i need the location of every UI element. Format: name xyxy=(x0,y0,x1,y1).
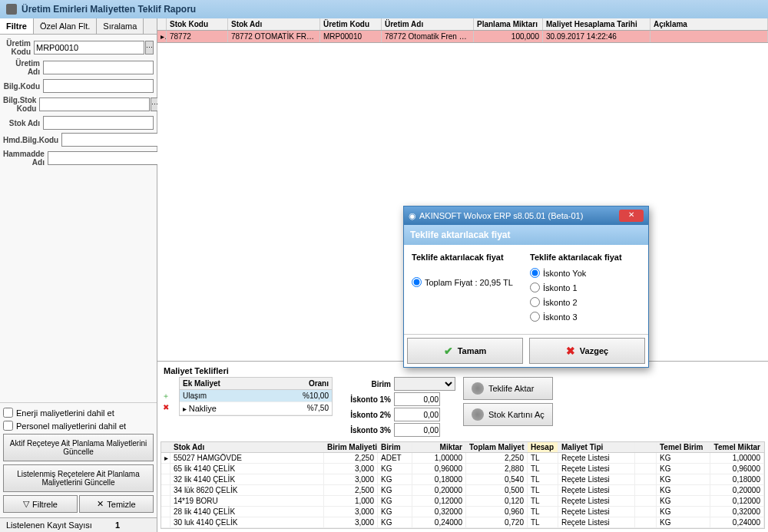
detail-row[interactable]: ▸ 55027 HAMGÖVDE 2,250 ADET 1,00000 2,25… xyxy=(161,453,764,464)
status-label: Listelenen Kayıt Sayısı xyxy=(6,520,92,530)
col-tarih[interactable]: Maliyet Hesaplama Tarihi xyxy=(543,18,650,30)
app-icon xyxy=(6,4,17,15)
lbl-enerji: Enerji maliyetlerini dahil et xyxy=(16,408,114,418)
delete-row-icon[interactable]: ✖ xyxy=(161,403,171,414)
input-stok-adi[interactable] xyxy=(43,116,154,130)
lookup-uretim-kodu[interactable]: ⋯ xyxy=(145,41,154,55)
window-title: Üretim Emirleri Maliyetten Teklif Raporu xyxy=(22,4,196,15)
radio-iskonto-2[interactable] xyxy=(530,297,540,307)
col-uretim-adi[interactable]: Üretim Adı xyxy=(382,18,474,30)
label-bilg-kodu: Bilg.Kodu xyxy=(3,82,43,91)
label-hmd-bilg-kodu: Hmd.Bilg.Kodu xyxy=(3,136,61,144)
label-uretim-kodu: Üretim Kodu xyxy=(3,39,34,56)
input-uretim-adi[interactable] xyxy=(43,61,154,74)
label-stok-adi: Stok Adı xyxy=(3,119,43,127)
dialog-close-button[interactable]: ✕ xyxy=(619,210,644,222)
gear-icon xyxy=(472,408,484,421)
input-uretim-kodu[interactable] xyxy=(34,41,144,55)
birim-label: Birim xyxy=(340,380,394,388)
label-bilg-stok-kodu: Bilg.Stok Kodu xyxy=(3,96,39,113)
grid-row[interactable]: 78772 78772 OTOMATİK FREN CIRC MRP00010 … xyxy=(157,31,768,42)
close-icon: ✖ xyxy=(566,345,575,357)
left-tabs: Filtre Özel Alan Flt. Sıralama xyxy=(0,18,157,35)
btn-listelenmis[interactable]: Listelenmiş Reçetelere Ait Planlama Mali… xyxy=(3,464,154,492)
btn-filtrele[interactable]: ▽Filtrele xyxy=(3,495,78,513)
detail-row[interactable]: 34 lük 8620 ÇELİK 2,500 KG 0,20000 0,500… xyxy=(161,485,764,496)
detail-row[interactable]: 65 lik 4140 ÇELİK 3,000 KG 0,96000 2,880… xyxy=(161,464,764,474)
isk2-label: İskonto 2% xyxy=(340,411,394,419)
gear-icon xyxy=(472,382,484,395)
btn-teklife-aktar[interactable]: Teklife Aktar xyxy=(463,377,553,400)
detail-row[interactable]: 28 lik 4140 ÇELİK 3,000 KG 0,32000 0,960… xyxy=(161,507,764,517)
radio-iskonto-1[interactable] xyxy=(530,283,540,292)
input-hammadde-adi[interactable] xyxy=(48,151,158,165)
detail-grid[interactable]: Stok Adı Birim Maliyeti Birim Miktar Top… xyxy=(161,441,765,529)
dialog-app-title: AKINSOFT Wolvox ERP s8.05.01 (Beta-01) xyxy=(419,211,583,220)
input-bilg-kodu[interactable] xyxy=(43,79,154,93)
tab-ozel-alan[interactable]: Özel Alan Flt. xyxy=(34,18,97,34)
filter-icon: ▽ xyxy=(23,499,29,509)
add-row-icon[interactable]: ＋ xyxy=(161,391,171,401)
dialog-cancel-button[interactable]: ✖Vazgeç xyxy=(529,338,645,364)
col-stok-adi[interactable]: Stok Adı xyxy=(228,18,320,30)
top-grid[interactable]: Stok Kodu Stok Adı Üretim Kodu Üretim Ad… xyxy=(157,18,768,43)
birim-select[interactable] xyxy=(394,377,455,391)
isk3-label: İskonto 3% xyxy=(340,426,394,435)
label-uretim-adi: Üretim Adı xyxy=(3,59,43,76)
tab-siralama[interactable]: Sıralama xyxy=(97,18,144,34)
detail-row[interactable]: 30 luk 4140 ÇELİK 3,000 KG 0,24000 0,720… xyxy=(161,517,764,528)
chk-personel[interactable] xyxy=(3,421,13,431)
chk-enerji[interactable] xyxy=(3,408,13,418)
col-aciklama[interactable]: Açıklama xyxy=(650,18,768,30)
dialog-left-header: Teklife aktarılacak fiyat xyxy=(412,253,522,262)
input-hmd-bilg-kodu[interactable] xyxy=(61,133,172,147)
teklife-dialog: ◉AKINSOFT Wolvox ERP s8.05.01 (Beta-01) … xyxy=(403,206,649,368)
dialog-ok-button[interactable]: ✔Tamam xyxy=(407,338,523,364)
input-bilg-stok-kodu[interactable] xyxy=(39,97,150,111)
isk1-label: İskonto 1% xyxy=(340,395,394,404)
label-hammadde-adi: Hammadde Adı xyxy=(3,150,48,167)
radio-iskonto-yok[interactable] xyxy=(530,268,540,278)
status-value: 1 xyxy=(115,520,120,530)
toplam-fiyat-label: Toplam Fiyat : 20,95 TL xyxy=(425,278,513,287)
isk2-input[interactable] xyxy=(394,408,440,421)
cost-table[interactable]: Ek MaliyetOranı Ulaşım%10,00 ▸ Nakliye%7… xyxy=(179,377,333,416)
lbl-personel: Personel maliyetlerini dahil et xyxy=(16,421,126,431)
dialog-right-header: Teklife aktarılacak fiyat xyxy=(530,253,641,262)
clear-icon: ✕ xyxy=(97,499,104,509)
btn-stok-karti-ac[interactable]: Stok Kartını Aç xyxy=(463,403,553,426)
btn-aktif-recete[interactable]: Aktif Reçeteye Ait Planlama Maliyetlerin… xyxy=(3,434,154,461)
radio-toplam-fiyat[interactable] xyxy=(412,277,422,287)
titlebar: Üretim Emirleri Maliyetten Teklif Raporu xyxy=(0,0,768,18)
col-stok-kodu[interactable]: Stok Kodu xyxy=(167,18,228,30)
detail-row[interactable]: 32 lik 4140 ÇELİK 3,000 KG 0,18000 0,540… xyxy=(161,474,764,485)
col-uretim-kodu[interactable]: Üretim Kodu xyxy=(320,18,382,30)
check-icon: ✔ xyxy=(444,345,453,357)
tab-filtre[interactable]: Filtre xyxy=(0,18,34,34)
isk3-input[interactable] xyxy=(394,423,440,437)
radio-iskonto-3[interactable] xyxy=(530,312,540,322)
dialog-app-icon: ◉ xyxy=(409,211,416,221)
col-planlama[interactable]: Planlama Miktarı xyxy=(474,18,543,30)
btn-temizle[interactable]: ✕Temizle xyxy=(79,495,154,513)
detail-row[interactable]: 14*19 BORU 1,000 KG 0,12000 0,120 TL Reç… xyxy=(161,496,764,507)
dialog-header: Teklife aktarılacak fiyat xyxy=(404,225,648,245)
isk1-input[interactable] xyxy=(394,392,440,406)
